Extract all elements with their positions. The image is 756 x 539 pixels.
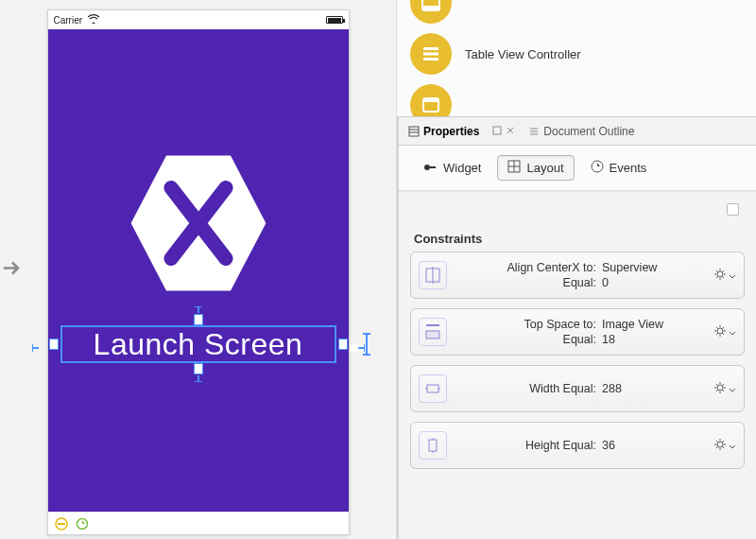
constraints-heading: Constraints <box>410 218 745 252</box>
align-centerx-icon <box>419 261 447 289</box>
constraint-label: Equal: <box>455 333 596 346</box>
outline-icon <box>528 126 540 137</box>
launch-screen-label[interactable]: Launch Screen <box>62 327 335 361</box>
resize-handle-right[interactable] <box>338 339 348 350</box>
constraint-handle-left[interactable] <box>32 344 47 352</box>
subtab-layout[interactable]: Layout <box>497 155 574 181</box>
widget-icon <box>422 161 438 175</box>
constraint-label: Align CenterX to: <box>455 261 596 274</box>
toolbox-panel[interactable]: Table View Controller <box>397 0 756 117</box>
chevron-down-icon <box>729 325 736 339</box>
constraint-menu-button[interactable] <box>713 268 736 284</box>
top-space-icon <box>419 318 447 346</box>
status-bar: Carrier <box>48 10 349 29</box>
phone-frame: Carrier Launch Screen <box>47 9 350 535</box>
tab-controls <box>492 124 515 138</box>
toolbox-item-tabbar[interactable] <box>410 0 747 28</box>
svg-rect-6 <box>423 47 438 50</box>
constraint-label: Height Equal: <box>455 439 596 452</box>
constraint-handle-bottom[interactable] <box>195 367 202 382</box>
gear-icon <box>713 268 727 284</box>
panel-tabstrip: Properties Document Outline <box>399 117 756 146</box>
tabbar-controller-icon <box>410 0 452 24</box>
battery-icon <box>326 16 343 24</box>
view-controller-icon <box>410 84 452 117</box>
toolbox-item-label: Table View Controller <box>465 47 581 61</box>
svg-rect-12 <box>493 127 501 134</box>
tab-properties[interactable]: Properties <box>404 123 483 140</box>
constraint-row[interactable]: Top Space to:Image View Equal:18 <box>410 308 745 356</box>
subtab-label: Layout <box>526 161 563 175</box>
chevron-down-icon <box>729 269 736 283</box>
svg-rect-23 <box>429 440 437 451</box>
svg-rect-21 <box>427 385 438 392</box>
toolbox-item-tableview[interactable]: Table View Controller <box>410 28 747 79</box>
properties-icon <box>408 126 420 137</box>
constraint-value: 36 <box>602 439 706 452</box>
refresh-icon[interactable] <box>75 516 90 531</box>
subtab-widget[interactable]: Widget <box>412 156 491 180</box>
constraint-menu-button[interactable] <box>713 438 736 454</box>
constraint-value: 0 <box>602 276 706 289</box>
constraint-handle-top[interactable] <box>195 306 202 322</box>
tab-document-outline[interactable]: Document Outline <box>524 123 638 140</box>
constraint-value: 18 <box>602 333 706 346</box>
toolbox-item-view[interactable] <box>410 79 747 117</box>
svg-point-24 <box>717 442 723 447</box>
xamarin-logo-icon <box>118 143 279 306</box>
gear-icon <box>713 381 727 397</box>
wifi-icon <box>88 14 99 26</box>
constraint-value: 288 <box>602 382 706 395</box>
svg-rect-7 <box>423 53 438 56</box>
height-icon <box>419 431 447 460</box>
close-icon[interactable] <box>506 124 515 138</box>
subtab-label: Widget <box>443 161 481 175</box>
constraint-value: Image View <box>602 318 706 331</box>
launch-screen-view[interactable]: Launch Screen <box>48 29 349 512</box>
carrier-label: Carrier <box>54 15 83 26</box>
svg-point-13 <box>424 165 430 170</box>
constraint-label: Width Equal: <box>455 382 596 395</box>
tab-label: Properties <box>423 125 479 138</box>
properties-subtabs: Widget Layout Events <box>399 146 756 191</box>
chevron-down-icon <box>729 382 736 396</box>
svg-rect-8 <box>423 58 438 61</box>
constraint-menu-button[interactable] <box>713 324 736 340</box>
chevron-down-icon <box>729 439 736 453</box>
constraint-row[interactable]: Width Equal:288 <box>410 365 745 412</box>
constraint-value: Superview <box>602 261 706 274</box>
svg-rect-11 <box>409 127 419 136</box>
width-icon <box>419 374 447 403</box>
resize-handle-left[interactable] <box>49 339 59 350</box>
truncated-option-row <box>410 200 745 218</box>
arrow-right-icon <box>0 257 23 283</box>
right-panels: Table View Controller Properties Documen… <box>397 0 756 539</box>
checkbox[interactable] <box>727 203 739 216</box>
svg-point-18 <box>717 271 723 277</box>
table-view-controller-icon <box>410 33 452 75</box>
canvas-bottom-toolbar <box>48 512 349 534</box>
constraint-label: Equal: <box>455 276 596 289</box>
layout-content[interactable]: Constraints Align CenterX to:Superview E… <box>399 191 756 539</box>
gear-icon <box>713 438 727 454</box>
warning-icon[interactable] <box>54 516 69 531</box>
layout-icon <box>507 160 521 176</box>
events-icon <box>591 160 604 176</box>
svg-point-22 <box>717 385 723 391</box>
constraint-menu-button[interactable] <box>713 381 736 397</box>
svg-rect-2 <box>58 523 65 525</box>
constraint-row[interactable]: Align CenterX to:Superview Equal:0 <box>410 252 745 299</box>
detach-icon[interactable] <box>492 124 502 138</box>
constraint-label: Top Space to: <box>455 318 596 331</box>
svg-rect-10 <box>423 98 438 102</box>
properties-panel: Properties Document Outline Widget Layou… <box>397 117 756 539</box>
subtab-events[interactable]: Events <box>580 155 658 181</box>
selected-label[interactable]: Launch Screen <box>62 327 335 361</box>
tab-label: Document Outline <box>543 125 634 138</box>
subtab-label: Events <box>610 161 647 175</box>
text-cursor-icon <box>361 331 372 360</box>
svg-rect-19 <box>426 331 439 339</box>
constraint-row[interactable]: Height Equal:36 <box>410 422 745 469</box>
design-canvas[interactable]: Carrier Launch Screen <box>0 0 397 539</box>
svg-rect-5 <box>422 6 439 10</box>
